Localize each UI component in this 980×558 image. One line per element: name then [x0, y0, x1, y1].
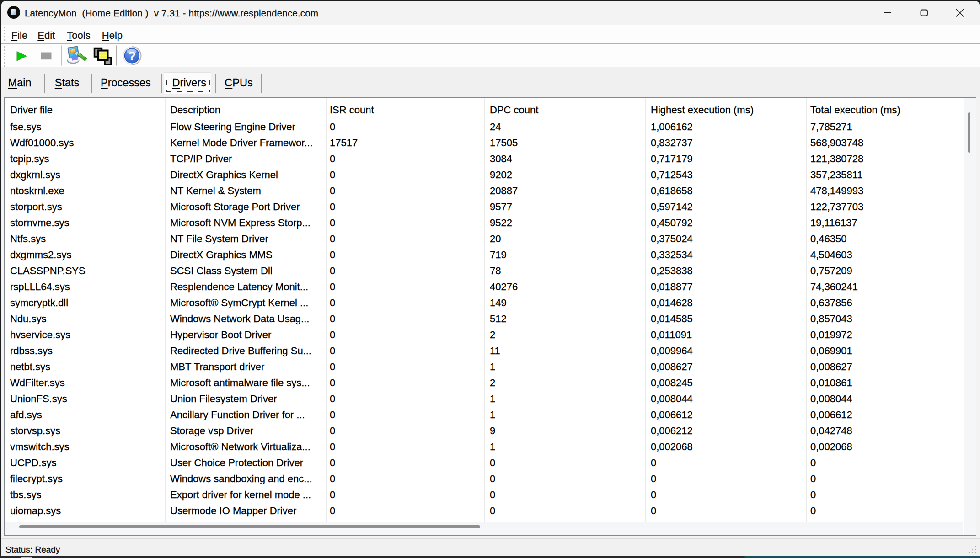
svg-text:?: ? — [128, 49, 136, 63]
